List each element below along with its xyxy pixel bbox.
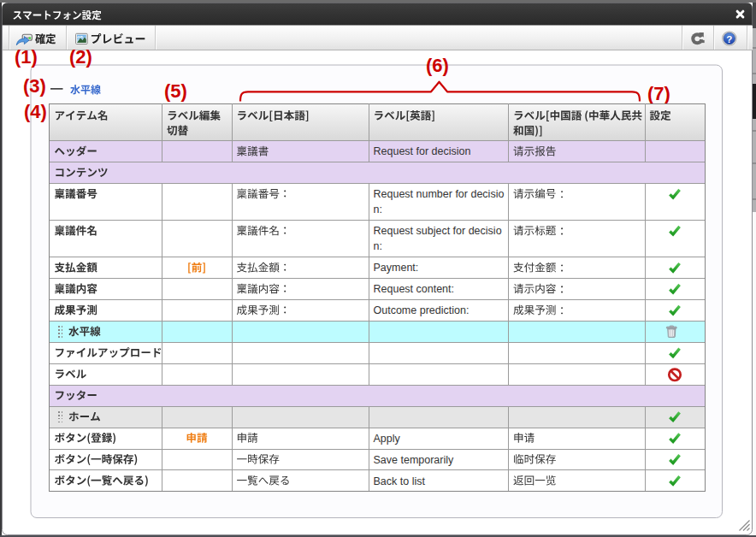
svg-text:(5): (5) bbox=[164, 80, 187, 102]
svg-text:Back to list: Back to list bbox=[374, 475, 426, 487]
svg-text:Request subject for decisio: Request subject for decisio bbox=[374, 225, 502, 237]
svg-text:(6): (6) bbox=[426, 55, 449, 76]
svg-text:Outcome prediction:: Outcome prediction: bbox=[374, 304, 470, 316]
svg-text:(3): (3) bbox=[23, 75, 46, 97]
svg-text:Request number for decisio: Request number for decisio bbox=[374, 188, 505, 200]
svg-text:n:: n: bbox=[374, 204, 382, 215]
svg-text:Request for decision: Request for decision bbox=[374, 145, 471, 157]
svg-text:?: ? bbox=[726, 34, 732, 44]
svg-text:(4): (4) bbox=[24, 101, 47, 122]
svg-text:Apply: Apply bbox=[374, 433, 401, 445]
svg-text:Request content:: Request content: bbox=[374, 283, 455, 295]
svg-text:(7): (7) bbox=[647, 83, 670, 104]
svg-text:Save temporarily: Save temporarily bbox=[374, 454, 455, 466]
svg-text:(2): (2) bbox=[69, 46, 92, 68]
svg-text:Payment:: Payment: bbox=[374, 262, 419, 274]
svg-text:n:: n: bbox=[374, 240, 382, 252]
svg-text:(1): (1) bbox=[15, 46, 38, 68]
